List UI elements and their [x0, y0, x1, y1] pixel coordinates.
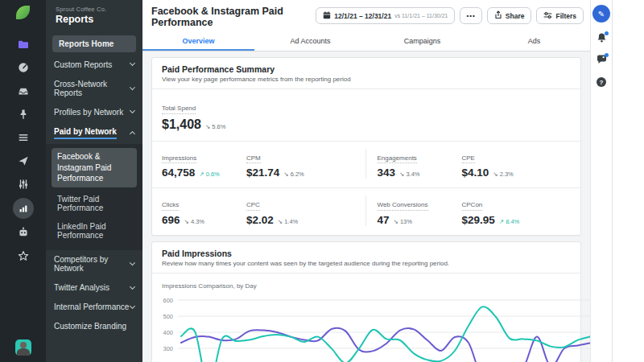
- chevron-down-icon: [130, 302, 135, 308]
- sidebar-item-profiles-by-network[interactable]: Profiles by Network: [46, 102, 142, 121]
- metric-change: ↘ 2.3%: [493, 171, 514, 178]
- question-mark-icon: ?: [597, 77, 606, 87]
- date-range-button[interactable]: 12/1/21 – 12/31/21 vs 11/1/21 – 11/30/21: [316, 7, 455, 24]
- svg-text:400: 400: [163, 328, 173, 335]
- sidebar-item-competitors-by-network[interactable]: Competitors by Network: [46, 250, 142, 278]
- metric-engagements: Engagements 343↘ 3.4%: [378, 149, 462, 179]
- sidebar-item-internal-performance[interactable]: Internal Performance: [46, 298, 142, 317]
- window-margin: [613, 0, 644, 362]
- tab-ads[interactable]: Ads: [478, 32, 590, 51]
- filters-icon: [543, 11, 552, 21]
- svg-text:300: 300: [163, 344, 173, 352]
- svg-text:600: 600: [163, 296, 173, 303]
- levels-icon[interactable]: [14, 175, 33, 194]
- metric-change: ↗ 0.6%: [199, 171, 220, 178]
- reports-sidebar: Sprout Coffee Co. Reports Reports Home C…: [46, 0, 142, 362]
- chevron-down-icon: [130, 108, 135, 113]
- sidebar-item-reports-home[interactable]: Reports Home: [52, 35, 136, 52]
- assistant-badge: [605, 53, 609, 57]
- metric-row-1: Impressions 64,758↗ 0.6% CPM $21.74↘ 6.2…: [152, 141, 580, 188]
- page-header: Facebook & Instagram Paid Performance Ac…: [142, 0, 590, 32]
- impressions-card-title: Paid Impressions: [162, 249, 571, 258]
- metric-cpm: CPM $21.74↘ 6.2%: [246, 149, 365, 179]
- folder-icon[interactable]: [14, 35, 33, 54]
- sprout-logo-icon: [16, 6, 30, 19]
- app-window: Sprout Coffee Co. Reports Reports Home C…: [0, 0, 644, 362]
- report-content: Paid Performance Summary View your key p…: [142, 51, 590, 362]
- pin-icon[interactable]: [14, 105, 33, 124]
- metric-change: ↘ 13%: [394, 218, 412, 225]
- chevron-down-icon: [130, 60, 135, 66]
- metric-web-conversions: Web Conversions 47↘ 13%: [378, 195, 462, 226]
- chevron-up-icon: [130, 131, 135, 137]
- metric-cpcon: CPCon $29.95↗ 8.4%: [462, 195, 581, 226]
- notifications-button[interactable]: [596, 33, 607, 44]
- main-content: Facebook & Instagram Paid Performance Ac…: [142, 0, 590, 362]
- compose-pencil-icon: ✎: [598, 10, 605, 19]
- page-title: Facebook & Instagram Paid Performance: [151, 6, 316, 28]
- help-button[interactable]: ?: [596, 76, 607, 88]
- share-button[interactable]: Share: [487, 7, 532, 24]
- metric-change: ↘ 6.2%: [283, 171, 304, 178]
- calendar-icon: [323, 11, 331, 21]
- send-icon[interactable]: [14, 151, 33, 171]
- metric-change: ↘ 4.3%: [184, 218, 205, 225]
- inbox-icon[interactable]: [14, 81, 33, 101]
- total-spend-metric: Total Spend $1,408 ↘ 5.6%: [152, 89, 580, 141]
- tab-ad-accounts[interactable]: Ad Accounts: [254, 32, 366, 51]
- impressions-chart[interactable]: 600500400300200: [160, 293, 593, 362]
- metric-row-2: Clicks 696↘ 4.3% CPC $2.02↘ 1.4% Web Con…: [152, 187, 580, 235]
- metric-label-total-spend[interactable]: Total Spend: [162, 105, 196, 114]
- sidebar-item-paid-by-network[interactable]: Paid by Network: [46, 121, 142, 144]
- impressions-card-subtitle: Review how many times your content was s…: [162, 260, 571, 267]
- left-nav-rail: [0, 0, 46, 362]
- metric-change: ↘ 1.4%: [278, 218, 299, 225]
- svg-text:500: 500: [163, 312, 173, 319]
- right-utility-rail: ✎ ?: [590, 0, 613, 362]
- notification-badge: [605, 31, 609, 35]
- chevron-down-icon: [130, 283, 135, 289]
- summary-card-title: Paid Performance Summary: [162, 64, 571, 74]
- report-tabs: Overview Ad Accounts Campaigns Ads: [142, 32, 590, 51]
- star-icon[interactable]: [14, 246, 33, 265]
- user-avatar[interactable]: [15, 339, 31, 356]
- metric-change: ↗ 8.4%: [499, 218, 520, 225]
- paid-impressions-card: Paid Impressions Review how many times y…: [151, 241, 581, 362]
- assistant-button[interactable]: [596, 55, 607, 66]
- metric-cpe: CPE $4.10↘ 2.3%: [462, 149, 581, 179]
- filters-button[interactable]: Filters: [536, 7, 584, 24]
- metric-change: ↘ 3.4%: [399, 171, 420, 178]
- gauge-icon[interactable]: [14, 58, 33, 77]
- list-icon[interactable]: [14, 128, 33, 147]
- total-spend-change: ↘ 5.6%: [205, 123, 226, 130]
- total-spend-value: $1,408: [162, 117, 201, 132]
- chevron-down-icon: [130, 260, 135, 265]
- metric-cpc: CPC $2.02↘ 1.4%: [246, 195, 365, 226]
- chevron-down-icon: [130, 84, 135, 90]
- sidebar-item-facebook-instagram-paid[interactable]: Facebook & Instagram Paid Performance: [52, 148, 137, 187]
- tab-campaigns[interactable]: Campaigns: [366, 32, 478, 51]
- metric-clicks: Clicks 696↘ 4.3%: [162, 195, 246, 226]
- sidebar-item-customize-branding[interactable]: Customize Branding: [46, 317, 142, 336]
- paid-by-network-submenu: Facebook & Instagram Paid Performance Tw…: [46, 144, 142, 250]
- more-options-button[interactable]: •••: [460, 7, 481, 24]
- chart-title: Impressions Comparison, by Day: [152, 274, 580, 291]
- compose-button[interactable]: ✎: [592, 5, 610, 23]
- summary-card-subtitle: View your key page performance metrics f…: [162, 76, 571, 83]
- bar-chart-icon[interactable]: [13, 198, 34, 219]
- tab-overview[interactable]: Overview: [142, 32, 254, 51]
- sidebar-item-custom-reports[interactable]: Custom Reports: [46, 55, 142, 74]
- bot-icon[interactable]: [14, 223, 33, 242]
- sidebar-item-linkedin-paid[interactable]: LinkedIn Paid Performance: [46, 217, 142, 245]
- sidebar-item-cross-network-reports[interactable]: Cross-Network Reports: [46, 74, 142, 102]
- share-icon: [494, 10, 502, 21]
- metric-impressions: Impressions 64,758↗ 0.6%: [162, 149, 246, 179]
- account-name: Sprout Coffee Co.: [56, 6, 133, 13]
- sidebar-item-twitter-analysis[interactable]: Twitter Analysis: [46, 278, 142, 298]
- sidebar-title: Reports: [56, 14, 133, 25]
- paid-performance-summary-card: Paid Performance Summary View your key p…: [151, 57, 581, 236]
- sidebar-item-twitter-paid[interactable]: Twitter Paid Performance: [46, 190, 142, 217]
